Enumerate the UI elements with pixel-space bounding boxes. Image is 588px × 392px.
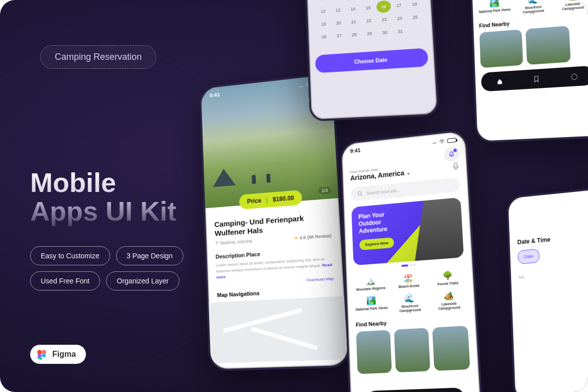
cal-day[interactable]: 28 [347,28,361,41]
camp-location: Sedona, Arizona [215,239,252,246]
category-item[interactable]: 🏞️National Park Views [478,0,511,18]
status-time: 9:41 [350,147,361,154]
category-item[interactable]: 🏖️Beach Areas [391,272,426,289]
bottom-nav [481,66,588,92]
image-counter: 1/3 [318,186,331,194]
cal-day[interactable]: 31 [393,25,408,38]
svg-point-2 [358,191,361,195]
tent-illustration [212,168,236,187]
svg-point-0 [216,241,218,244]
chevron-down-icon: ⌄ [406,169,410,175]
price-label: Price [247,197,261,205]
cal-day[interactable]: 5 [316,0,330,5]
person-illustration [252,175,256,184]
cal-day[interactable]: 24 [392,12,407,25]
feature-pill: Used Free Font [30,271,100,290]
explore-now-button[interactable]: Explore Now [359,237,395,250]
title-line-2: Apps UI Kit [30,196,176,226]
cal-day[interactable]: 15 [361,2,375,15]
cal-day[interactable]: 14 [346,3,360,16]
river-icon: 🌊 [393,292,427,304]
cal-day[interactable]: 29 [362,27,377,40]
promo-banner[interactable]: Plan Your Outdoor Adventure Explore Now [351,198,464,266]
nearby-card[interactable] [432,326,470,371]
figma-badge: Figma [30,345,86,364]
location-pin-icon [215,241,219,245]
mockup-categories-partial: 🏔️Mountain Regions 🏖️Beach Areas 🌳Forest… [469,0,588,143]
nearby-card[interactable] [526,26,571,65]
search-icon [357,191,363,197]
price-amount: $180.00 [272,194,294,203]
nav-bookmark[interactable] [534,75,539,82]
feature-pills: Easy to Customize 3 Page Design Used Fre… [30,246,231,290]
feature-pill: Organized Layer [106,271,179,290]
hero-title: Mobile Apps UI Kit [30,168,221,225]
cal-day-selected[interactable]: 16 [376,0,391,13]
search-input[interactable]: Search your job... [351,177,460,202]
category-item[interactable]: 🏕️Lakeside Campground [555,0,588,12]
nearby-card[interactable] [479,30,523,68]
cal-day[interactable]: 13 [331,4,345,17]
cal-day[interactable]: 20 [331,17,346,30]
category-item[interactable]: 🏕️Lakeside Campground [431,290,467,312]
search-placeholder: Search your job... [366,187,400,195]
cal-day[interactable]: 19 [317,18,331,30]
mockup-date-partial: Date & Time Date Mo [506,185,588,392]
choose-date-button[interactable]: Choose Date [315,48,429,73]
compass-icon [571,73,578,80]
signal-icon [433,139,437,145]
cal-day[interactable]: 6 [330,0,345,4]
cal-day[interactable]: 18 [407,0,422,11]
cal-day[interactable]: 21 [346,16,361,29]
nav-explore[interactable] [571,73,578,80]
cal-day[interactable]: 30 [377,26,393,39]
status-time: 9:41 [210,91,220,98]
find-nearby-heading: Find Nearby [356,316,467,328]
date-time-heading: Date & Time [517,230,588,246]
star-icon: ★ [294,235,298,241]
beach-icon: 🏖️ [391,272,426,284]
date-tab[interactable]: Date [518,249,540,264]
cal-day[interactable]: 12 [316,5,331,18]
nearby-card[interactable] [394,328,431,372]
nearby-cards-row [356,326,470,374]
mic-icon[interactable] [452,162,459,170]
bottom-nav [365,387,465,392]
section-map-heading: Map Navigations [217,286,335,298]
home-icon [497,78,503,85]
cal-day[interactable]: 23 [377,13,392,26]
category-item[interactable]: 🏔️Mountain Regions [354,275,387,292]
bookmark-icon [534,75,539,82]
cal-day[interactable]: 27 [332,29,346,42]
svg-point-5 [571,73,577,79]
category-item[interactable]: 🌊Riverfront Campground [393,292,427,314]
mockup-calendar-screen: January ‹ › Mo Tu We Th Fr Sa Su 1234 56… [304,0,439,122]
promo-canvas: Camping Reservation Mobile Apps UI Kit E… [0,0,588,392]
park-icon: 🏞️ [355,295,388,307]
person-illustration [266,173,271,182]
nav-home[interactable] [497,78,503,85]
cal-day[interactable]: 22 [361,14,376,27]
title-line-1: Mobile [30,167,116,198]
feature-pill: 3 Page Design [116,246,183,265]
forest-icon: 🌳 [430,269,465,281]
cal-day[interactable]: 26 [317,31,332,43]
weekday-label: Mo [519,267,588,280]
camp-rating: ★ 4.6 (88 Review) [294,233,331,241]
wifi-icon [439,139,445,144]
feature-pill: Easy to Customize [30,246,110,265]
svg-rect-1 [454,163,457,167]
cal-day[interactable]: 17 [391,0,407,12]
battery-icon [447,138,456,143]
calendar-grid[interactable]: Mo Tu We Th Fr Sa Su 1234 567891011 1213… [315,0,424,43]
signal-icon [299,82,303,88]
cal-day[interactable]: 25 [408,11,423,24]
category-grid: 🏔️Mountain Regions 🏖️Beach Areas 🌳Forest… [354,269,466,316]
category-item[interactable]: 🏞️National Park Views [355,295,388,316]
map-preview[interactable] [209,296,348,363]
category-item[interactable]: 🌳Forest Trails [430,269,465,287]
category-item[interactable]: 🌊Riverfront Campground [516,0,550,15]
cal-day[interactable] [408,24,424,37]
product-badge: Camping Reservation [40,45,156,69]
nearby-card[interactable] [356,330,391,374]
